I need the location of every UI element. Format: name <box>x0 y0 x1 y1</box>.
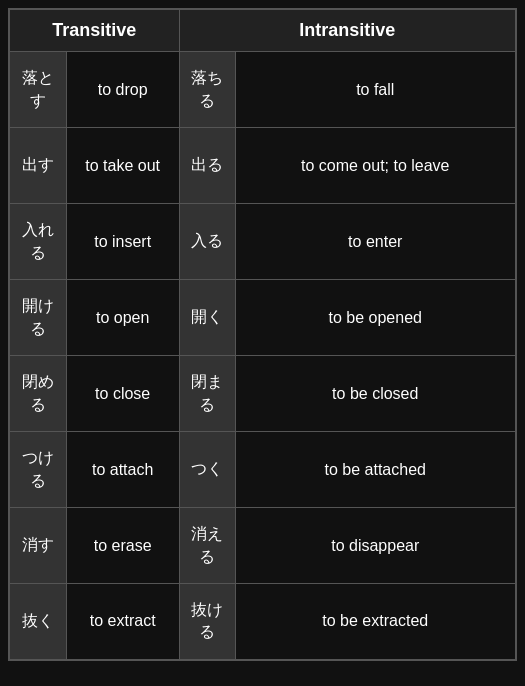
trans-meaning-cell: to close <box>66 356 179 432</box>
intrans-kanji-cell: 消え る <box>179 508 235 584</box>
intrans-meaning-cell: to come out; to leave <box>235 128 516 204</box>
intrans-meaning-cell: to enter <box>235 204 516 280</box>
trans-kanji-cell: 落と す <box>9 52 66 128</box>
intrans-kanji-cell: 落ち る <box>179 52 235 128</box>
intrans-kanji-cell: 開く <box>179 280 235 356</box>
trans-meaning-cell: to drop <box>66 52 179 128</box>
intrans-meaning-cell: to disappear <box>235 508 516 584</box>
table-row: 消すto erase消え るto disappear <box>9 508 516 584</box>
trans-meaning-cell: to attach <box>66 432 179 508</box>
trans-meaning-cell: to take out <box>66 128 179 204</box>
trans-kanji-cell: つけ る <box>9 432 66 508</box>
trans-kanji-cell: 入れ る <box>9 204 66 280</box>
trans-meaning-cell: to open <box>66 280 179 356</box>
trans-kanji-cell: 開け る <box>9 280 66 356</box>
intrans-meaning-cell: to fall <box>235 52 516 128</box>
intrans-meaning-cell: to be closed <box>235 356 516 432</box>
trans-kanji-cell: 出す <box>9 128 66 204</box>
intrans-kanji-cell: 入る <box>179 204 235 280</box>
trans-kanji-cell: 閉め る <box>9 356 66 432</box>
intrans-meaning-cell: to be opened <box>235 280 516 356</box>
intrans-kanji-cell: 出る <box>179 128 235 204</box>
table-row: 開け るto open開くto be opened <box>9 280 516 356</box>
transitive-header: Transitive <box>9 9 179 52</box>
intrans-kanji-cell: 閉ま る <box>179 356 235 432</box>
table-row: 抜くto extract抜け るto be extracted <box>9 584 516 660</box>
table-row: 入れ るto insert入るto enter <box>9 204 516 280</box>
table-row: 落と すto drop落ち るto fall <box>9 52 516 128</box>
intransitive-header: Intransitive <box>179 9 516 52</box>
trans-kanji-cell: 抜く <box>9 584 66 660</box>
table-row: 閉め るto close閉ま るto be closed <box>9 356 516 432</box>
trans-meaning-cell: to erase <box>66 508 179 584</box>
trans-meaning-cell: to extract <box>66 584 179 660</box>
intrans-kanji-cell: つく <box>179 432 235 508</box>
intrans-meaning-cell: to be extracted <box>235 584 516 660</box>
intrans-meaning-cell: to be attached <box>235 432 516 508</box>
table-row: 出すto take out出るto come out; to leave <box>9 128 516 204</box>
trans-meaning-cell: to insert <box>66 204 179 280</box>
table-row: つけ るto attachつくto be attached <box>9 432 516 508</box>
intrans-kanji-cell: 抜け る <box>179 584 235 660</box>
trans-kanji-cell: 消す <box>9 508 66 584</box>
